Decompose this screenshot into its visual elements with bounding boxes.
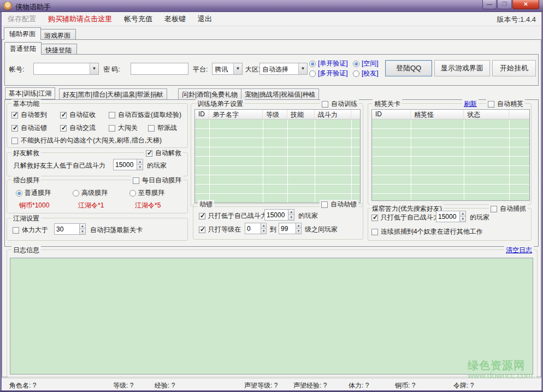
spinner-buttons[interactable]: ▲▼: [79, 223, 86, 235]
spin-up-icon[interactable]: ▲: [80, 224, 85, 229]
rob-power-spinner[interactable]: ▲▼: [264, 209, 294, 221]
col-status[interactable]: 状态: [464, 110, 509, 119]
login-panel: 帐号: ▼ 密 码: 平台: 腾讯 ▼ 大区: 自动选择 ▼ [单开验证]: [4, 54, 539, 86]
col-id[interactable]: ID: [195, 110, 209, 119]
checkbox-stamina[interactable]: 体力大于: [13, 225, 48, 235]
checkbox-auto-signin[interactable]: 自动签到: [11, 110, 47, 120]
checkbox-auto-training[interactable]: 自动训练: [320, 99, 359, 109]
clear-log-link[interactable]: 清空日志: [504, 246, 534, 255]
col-skill[interactable]: 技能: [287, 110, 315, 119]
checkbox-auto-collect[interactable]: 自动征收: [60, 110, 96, 120]
menu-exit[interactable]: 退出: [192, 12, 218, 26]
spin-up-icon[interactable]: ▲: [460, 211, 465, 216]
radio-normal-worship[interactable]: 普通膜拜: [16, 188, 51, 198]
checkbox-gang-war[interactable]: 帮派战: [148, 123, 177, 133]
spin-down-icon[interactable]: ▼: [137, 164, 143, 170]
close-button[interactable]: ✕: [512, 0, 539, 9]
col-power[interactable]: 战斗力: [315, 110, 351, 119]
show-game-button[interactable]: 显示游戏界面: [434, 60, 490, 76]
spinner-input[interactable]: [279, 223, 296, 234]
login-qq-button[interactable]: 登陆QQ: [385, 60, 432, 76]
checkbox-auto-capture[interactable]: 自动捕抓: [489, 204, 528, 213]
checkbox-box: [13, 227, 19, 234]
tab-assist-ui[interactable]: 辅助界面: [4, 27, 41, 40]
spin-down-icon[interactable]: ▼: [80, 229, 85, 234]
menu-recharge[interactable]: 帐号充值: [118, 12, 158, 26]
rob-level-from-spinner[interactable]: ▲▼: [245, 223, 267, 234]
radio-supreme-worship[interactable]: 至尊膜拜: [129, 188, 164, 198]
radio-alumni[interactable]: [校友]: [353, 69, 379, 78]
checkbox-no-battle[interactable]: 不能执行战斗的勾选这个(大闯关,刷塔,擂台,天梯): [11, 136, 162, 145]
spinner-input[interactable]: [264, 209, 288, 221]
spinner-buttons[interactable]: ▲▼: [137, 159, 143, 170]
chevron-down-icon[interactable]: ▼: [90, 63, 98, 74]
chevron-down-icon[interactable]: ▼: [233, 63, 242, 74]
password-input[interactable]: [131, 63, 188, 75]
chevron-down-icon[interactable]: ▼: [298, 63, 307, 74]
start-hangup-button[interactable]: 开始挂机: [492, 60, 536, 76]
tab-basic-training-jianghu[interactable]: 基本|训练|江湖: [5, 87, 55, 99]
checkbox-auto-elite[interactable]: 自动精英: [486, 99, 525, 109]
spinner-buttons[interactable]: ▲▼: [459, 211, 466, 222]
account-combobox[interactable]: ▼: [33, 63, 99, 75]
menu-buy-assist[interactable]: 购买辅助请点击这里: [42, 12, 118, 26]
mine-power-spinner[interactable]: ▲▼: [436, 211, 466, 222]
checkbox-auto-escort[interactable]: 自动运镖: [11, 123, 47, 133]
checkbox-big-pass[interactable]: 大闯关: [109, 123, 138, 133]
spinner-buttons[interactable]: ▲▼: [288, 209, 294, 221]
radio-multi-verify[interactable]: [多开验证]: [309, 69, 348, 78]
col-elite-monster[interactable]: 精英怪: [411, 110, 464, 119]
refresh-link[interactable]: 刷新: [462, 99, 479, 109]
checkbox-mine-power-limit[interactable]: 只打低于自己战斗力: [371, 213, 440, 222]
training-table[interactable]: ID 弟子名字 等级 技能 战斗力: [194, 109, 361, 203]
platform-select[interactable]: 腾讯 ▼: [212, 63, 243, 75]
spin-down-icon[interactable]: ▼: [460, 216, 465, 222]
menu-boss-key[interactable]: 老板键: [158, 12, 192, 26]
rescue-power-spinner[interactable]: ▲▼: [113, 159, 143, 170]
spin-up-icon[interactable]: ▲: [296, 223, 301, 228]
spin-up-icon[interactable]: ▲: [288, 210, 294, 215]
spinner-buttons[interactable]: ▲▼: [296, 223, 302, 234]
training-table-body[interactable]: [195, 120, 360, 203]
tab-game-ui[interactable]: 游戏界面: [39, 29, 76, 40]
checkbox-auto-pot[interactable]: 自动百炼壶(提取经验): [109, 110, 181, 120]
checkbox-rob-power-limit[interactable]: 只打低于自己战斗力: [199, 211, 267, 221]
rescue-text: 只解救好友主人低于自己战斗力: [14, 161, 105, 170]
radio-dot: [16, 190, 22, 197]
radio-dot: [309, 70, 316, 77]
radio-single-verify[interactable]: [单开验证]: [309, 59, 348, 68]
checkbox-mine-continue-work[interactable]: 连续抓捕到4个奴隶在进行其他工作: [371, 227, 483, 236]
spinner-input[interactable]: [113, 159, 137, 170]
radio-space[interactable]: [空间]: [353, 59, 379, 68]
radio-advanced-worship[interactable]: 高级膜拜: [73, 188, 108, 198]
log-output[interactable]: [10, 258, 533, 375]
col-level[interactable]: 等级: [263, 110, 287, 119]
elite-table[interactable]: ID 精英怪 状态: [371, 109, 530, 201]
spin-down-icon[interactable]: ▼: [296, 228, 301, 234]
spinner-input[interactable]: [436, 211, 459, 222]
spinner-input[interactable]: [54, 223, 79, 235]
rob-level-to-spinner[interactable]: ▲▼: [279, 223, 302, 234]
spin-up-icon[interactable]: ▲: [137, 159, 143, 164]
spin-down-icon[interactable]: ▼: [288, 215, 294, 220]
tab-quick-login[interactable]: 快捷登陆: [40, 44, 77, 55]
region-select[interactable]: 自动选择 ▼: [259, 63, 308, 75]
maximize-button[interactable]: ❐: [497, 0, 512, 9]
stamina-spinner[interactable]: ▲▼: [54, 223, 86, 235]
col-disciple-name[interactable]: 弟子名字: [209, 110, 263, 119]
checkbox-auto-rob[interactable]: 自动劫镖: [320, 200, 358, 209]
menu-save-config[interactable]: 保存配置: [2, 12, 42, 26]
checkbox-rob-level-range[interactable]: 只打等级在: [199, 225, 241, 234]
col-id[interactable]: ID: [372, 110, 411, 119]
spin-up-icon[interactable]: ▲: [261, 223, 266, 228]
spin-down-icon[interactable]: ▼: [261, 228, 266, 234]
checkbox-daily-worship[interactable]: 每日自动膜拜: [131, 176, 183, 185]
spinner-buttons[interactable]: ▲▼: [261, 223, 267, 234]
spinner-input[interactable]: [245, 223, 261, 234]
checkbox-auto-chat[interactable]: 自动交流: [60, 123, 96, 133]
minimize-button[interactable]: —: [482, 0, 497, 9]
tab-normal-login[interactable]: 普通登陆: [4, 42, 42, 55]
checkbox-auto-rescue[interactable]: 自动解救: [144, 149, 183, 158]
elite-table-body[interactable]: [372, 120, 529, 200]
group-title: 基本功能: [11, 99, 41, 109]
